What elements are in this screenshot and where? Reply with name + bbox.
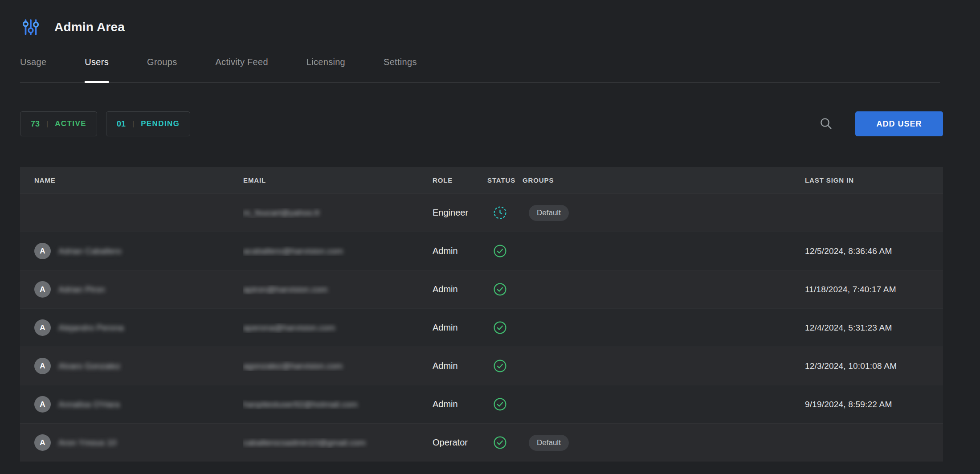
column-header-groups: GROUPS — [523, 176, 805, 184]
table-row[interactable]: m_foucart@yahoo.fr Engineer Default — [20, 193, 943, 232]
app-logo-sliders-icon — [20, 17, 41, 37]
table-row[interactable]: A Aron Ymous 10 caballerocsadmin10@gmail… — [20, 423, 943, 462]
tab-bar: Usage Users Groups Activity Feed Licensi… — [20, 57, 940, 83]
user-role: Operator — [433, 437, 487, 448]
status-active-icon — [487, 397, 523, 411]
tab-settings[interactable]: Settings — [384, 57, 417, 82]
user-name: Annalisa O'Hara — [58, 400, 120, 409]
status-active-icon — [487, 436, 523, 449]
pending-label: PENDING — [141, 119, 180, 128]
user-role: Engineer — [433, 208, 487, 218]
active-count: 73 — [31, 119, 40, 129]
tab-users[interactable]: Users — [85, 57, 109, 82]
status-active-icon — [487, 321, 523, 335]
table-header-row: NAME EMAIL ROLE STATUS GROUPS LAST SIGN … — [20, 167, 943, 193]
avatar: A — [34, 358, 51, 374]
avatar: A — [34, 319, 51, 336]
column-header-email: EMAIL — [243, 176, 433, 184]
user-role: Admin — [433, 399, 487, 409]
divider: | — [46, 120, 48, 128]
user-name: Alejandro Perona — [58, 323, 124, 333]
last-sign-in: 12/5/2024, 8:36:46 AM — [805, 246, 929, 256]
search-button[interactable] — [817, 115, 835, 133]
app-header: Admin Area — [0, 0, 980, 37]
table-row[interactable]: A Adrian Caballero acaballero@harvision.… — [20, 232, 943, 270]
user-email: apiron@harvision.com — [243, 285, 327, 294]
tab-usage[interactable]: Usage — [20, 57, 46, 82]
status-active-icon — [487, 282, 523, 296]
user-name: Adrian Caballero — [58, 246, 122, 256]
tab-activity-feed[interactable]: Activity Feed — [215, 57, 268, 82]
search-icon — [819, 116, 833, 132]
active-users-filter[interactable]: 73 | ACTIVE — [20, 111, 97, 136]
user-email: acaballero@harvision.com — [243, 246, 343, 256]
pending-count: 01 — [117, 119, 126, 129]
table-row[interactable]: A Adrian Piron apiron@harvision.com Admi… — [20, 270, 943, 308]
user-name: Alvaro Gonzalez — [58, 361, 120, 371]
avatar: A — [34, 434, 51, 451]
last-sign-in: 12/3/2024, 10:01:08 AM — [805, 361, 929, 371]
table-row[interactable]: A Annalisa O'Hara hanpitestuser92@hotmai… — [20, 385, 943, 423]
column-header-name: NAME — [34, 176, 243, 184]
last-sign-in: 11/18/2024, 7:40:17 AM — [805, 285, 929, 294]
user-role: Admin — [433, 246, 487, 256]
table-row[interactable]: A Alejandro Perona aperona@harvision.com… — [20, 308, 943, 347]
avatar: A — [34, 243, 51, 259]
page-title: Admin Area — [54, 20, 125, 34]
column-header-status: STATUS — [487, 176, 523, 184]
user-email: caballerocsadmin10@gmail.com — [243, 438, 366, 447]
last-sign-in: 12/4/2024, 5:31:23 AM — [805, 323, 929, 333]
table-body: m_foucart@yahoo.fr Engineer Default A Ad… — [20, 193, 943, 462]
group-badge: Default — [529, 435, 569, 451]
toolbar: 73 | ACTIVE 01 | PENDING ADD USER — [20, 111, 943, 136]
column-header-role: ROLE — [433, 176, 487, 184]
user-email: m_foucart@yahoo.fr — [243, 208, 320, 217]
column-header-last-sign-in: LAST SIGN IN — [805, 176, 929, 184]
status-pending-icon — [487, 206, 523, 220]
table-row[interactable]: A Alvaro Gonzalez agonzalez@harvision.co… — [20, 347, 943, 385]
user-name: Aron Ymous 10 — [58, 438, 117, 448]
divider: | — [132, 120, 134, 128]
user-email: agonzalez@harvision.com — [243, 361, 343, 371]
avatar: A — [34, 396, 51, 413]
tab-groups[interactable]: Groups — [147, 57, 177, 82]
users-table: NAME EMAIL ROLE STATUS GROUPS LAST SIGN … — [20, 167, 943, 462]
user-email: hanpitestuser92@hotmail.com — [243, 400, 358, 409]
active-label: ACTIVE — [55, 119, 86, 128]
group-badge: Default — [529, 205, 569, 221]
user-role: Admin — [433, 323, 487, 333]
admin-area-page: Admin Area Usage Users Groups Activity F… — [0, 0, 980, 474]
add-user-button[interactable]: ADD USER — [855, 111, 943, 136]
status-active-icon — [487, 359, 523, 373]
last-sign-in: 9/19/2024, 8:59:22 AM — [805, 400, 929, 409]
pending-users-filter[interactable]: 01 | PENDING — [106, 111, 190, 136]
user-role: Admin — [433, 284, 487, 294]
tab-licensing[interactable]: Licensing — [306, 57, 345, 82]
user-role: Admin — [433, 361, 487, 371]
status-active-icon — [487, 244, 523, 258]
user-name: Adrian Piron — [58, 285, 105, 294]
avatar: A — [34, 281, 51, 298]
user-email: aperona@harvision.com — [243, 323, 335, 332]
